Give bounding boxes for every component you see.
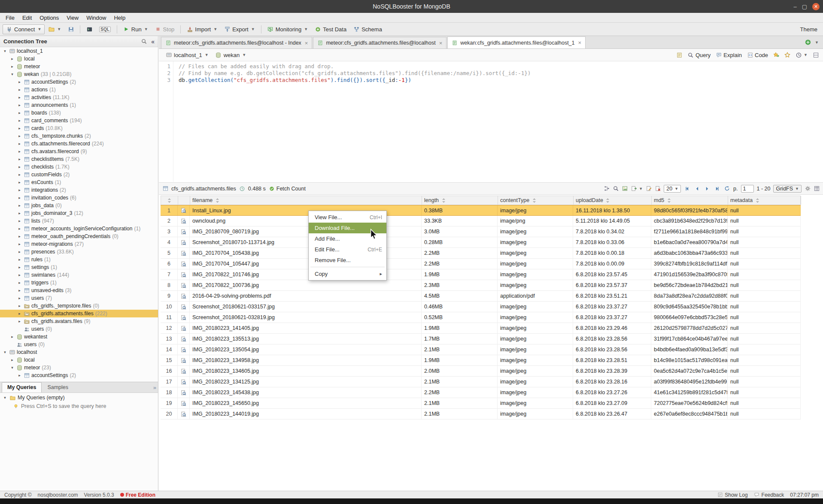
run-button[interactable]: Run ▼ — [120, 25, 151, 34]
table-row[interactable]: 4Screenshot_20180710-113714.jpg0.28MBima… — [161, 237, 801, 248]
file-preview-icon[interactable] — [178, 248, 190, 258]
site-link[interactable]: nosqlbooster.com — [38, 492, 78, 498]
sidebar-tab-samples[interactable]: Samples — [42, 382, 74, 392]
menu-edit[interactable]: Edit — [18, 14, 36, 22]
tree-item-meteor-oauth-pendingcredentials[interactable]: ▸meteor_oauth_pendingCredentials(0) — [0, 232, 158, 240]
expander-icon[interactable]: ▾ — [10, 72, 15, 76]
find-in-results-icon[interactable] — [613, 186, 619, 192]
column-header-uploadDate[interactable]: uploadDate — [574, 196, 652, 205]
file-preview-icon[interactable] — [178, 355, 190, 365]
file-preview-icon[interactable] — [178, 259, 190, 269]
settings-icon[interactable] — [805, 186, 811, 192]
file-preview-icon[interactable] — [178, 344, 190, 355]
expander-icon[interactable]: ▸ — [17, 304, 22, 308]
sort-icon[interactable] — [440, 197, 446, 203]
layout-icon[interactable] — [813, 52, 819, 58]
tree-item-cfs-gridfs-attachments-files[interactable]: ▸cfs_gridfs.attachments.files(222) — [0, 310, 158, 317]
tree-item-card-comments[interactable]: ▸card_comments(194) — [0, 117, 158, 124]
file-preview-icon[interactable] — [178, 226, 190, 237]
expander-icon[interactable]: ▾ — [3, 395, 7, 400]
save-button[interactable] — [65, 25, 77, 33]
menu-options[interactable]: Options — [36, 14, 63, 22]
expander-icon[interactable]: ▸ — [10, 358, 15, 362]
file-preview-icon[interactable] — [178, 387, 190, 398]
sort-icon[interactable] — [605, 197, 611, 203]
expander-icon[interactable]: ▸ — [17, 196, 22, 200]
tree-item-jobs-dominator-3[interactable]: ▸jobs_dominator_3(12) — [0, 209, 158, 217]
export-button[interactable]: Export ▼ — [221, 25, 258, 34]
my-queries-root[interactable]: ▾ My Queries (empty) — [0, 393, 158, 402]
expander-icon[interactable]: ▸ — [17, 118, 22, 123]
table-row[interactable]: 14IMG_20180223_135054.jpg2.1MBimage/jpeg… — [161, 344, 801, 355]
file-preview-icon[interactable] — [178, 377, 190, 387]
search-icon[interactable] — [141, 39, 147, 45]
favorite-icon[interactable] — [784, 52, 790, 58]
image-preview-icon[interactable] — [622, 186, 628, 192]
expander-icon[interactable]: ▸ — [17, 203, 22, 208]
file-preview-icon[interactable] — [178, 269, 190, 280]
new-sql-query-button[interactable]: SQL — [96, 25, 114, 33]
expander-icon[interactable]: ▸ — [17, 142, 22, 146]
query-editor[interactable]: 123 // Files can be added easily with dr… — [159, 61, 823, 182]
maximize-icon[interactable]: ▢ — [802, 3, 807, 10]
next-page-icon[interactable] — [704, 185, 711, 192]
tree-item-actions[interactable]: ▸actions(1) — [0, 86, 158, 94]
view-mode-select[interactable]: GridFS ▼ — [773, 185, 802, 193]
tree-item-localhost-1[interactable]: ▾localhost_1 — [0, 47, 158, 55]
collapse-sidebar-icon[interactable]: « — [151, 38, 155, 45]
tree-item-invitation-codes[interactable]: ▸invitation_codes(6) — [0, 194, 158, 202]
editor-tab[interactable]: meteor:cfs_gridfs.attachments.files@loca… — [161, 37, 312, 48]
connect-button[interactable]: Connect ▼ — [3, 24, 45, 34]
schema-button[interactable]: Schema — [350, 25, 385, 34]
tree-item-accountsettings[interactable]: ▸accountSettings(2) — [0, 78, 158, 86]
tree-item-meteor-accounts-loginserviceconfiguration[interactable]: ▸meteor_accounts_loginServiceConfigurati… — [0, 225, 158, 232]
expander-icon[interactable]: ▸ — [17, 296, 22, 300]
tree-view-icon[interactable] — [604, 186, 610, 192]
tree-item-escounts[interactable]: ▸esCounts(1) — [0, 178, 158, 186]
expand-panel-icon[interactable]: » — [153, 384, 156, 392]
expander-icon[interactable]: ▸ — [17, 288, 22, 293]
column-header-metadata[interactable]: metadata — [728, 196, 801, 205]
expander-icon[interactable]: ▸ — [17, 281, 22, 285]
menu-view[interactable]: View — [63, 14, 82, 22]
tree-item-local[interactable]: ▸local — [0, 55, 158, 63]
stop-button[interactable]: Stop — [152, 25, 178, 34]
table-row[interactable]: 13IMG_20180223_135513.jpg1.7MBimage/jpeg… — [161, 334, 801, 344]
table-row[interactable]: 11Screenshot_20180621-032819.jpg0.52MBim… — [161, 312, 801, 323]
expander-icon[interactable]: ▸ — [17, 273, 22, 277]
expander-icon[interactable]: ▸ — [17, 234, 22, 238]
tab-close-icon[interactable]: × — [439, 40, 443, 46]
expander-icon[interactable]: ▸ — [17, 257, 22, 262]
table-row[interactable]: 7IMG_20170822_101746.jpg1.9MBimage/jpeg6… — [161, 269, 801, 280]
tree-item-localhost[interactable]: ▾localhost — [0, 348, 158, 356]
new-shell-button[interactable] — [83, 25, 95, 33]
tree-item-presences[interactable]: ▸presences(33.6K) — [0, 248, 158, 256]
tree-item-users[interactable]: ▸users(7) — [0, 294, 158, 302]
tree-item-activities[interactable]: ▸activities(11.1K) — [0, 94, 158, 101]
tree-item-meteor-migrations[interactable]: ▸meteor-migrations(27) — [0, 240, 158, 248]
sort-icon[interactable] — [531, 197, 537, 203]
tree-item-meteor[interactable]: ▸meteor — [0, 63, 158, 70]
tree-item-lists[interactable]: ▸lists(947) — [0, 217, 158, 225]
table-row[interactable]: 12IMG_20180223_141405.jpg1.9MBimage/jpeg… — [161, 323, 801, 334]
remove-document-icon[interactable] — [655, 186, 661, 192]
database-selector[interactable]: wekan ▼ — [213, 51, 249, 59]
code-button[interactable]: Code — [747, 52, 768, 58]
expander-icon[interactable]: ▾ — [3, 49, 7, 53]
expander-icon[interactable]: ▸ — [10, 335, 15, 339]
table-row[interactable]: 8IMG_20170822_100736.jpg2.3MBimage/jpeg6… — [161, 280, 801, 291]
tree-item-cfs-gridfs-avatars-files[interactable]: ▸cfs_gridfs.avatars.files(9) — [0, 317, 158, 325]
table-row[interactable]: 2owncloud.png33.3KBimage/png5.11.2018 kl… — [161, 216, 801, 226]
tree-item-integrations[interactable]: ▸integrations(2) — [0, 186, 158, 194]
tree-item-meteor[interactable]: ▾meteor(23) — [0, 364, 158, 371]
sort-icon[interactable] — [666, 197, 672, 203]
menu-window[interactable]: Window — [82, 14, 110, 22]
expander-icon[interactable]: ▸ — [17, 157, 22, 161]
export-results-button[interactable]: ▼ — [631, 186, 643, 192]
file-preview-icon[interactable] — [178, 237, 190, 247]
tree-item-boards[interactable]: ▸boards(138) — [0, 109, 158, 117]
context-menu-item-view-file[interactable]: View File...Ctrl+I — [309, 212, 386, 223]
editor-tab[interactable]: wekan:cfs_gridfs.attachments.files@local… — [447, 36, 586, 48]
file-preview-icon[interactable] — [178, 366, 190, 376]
tree-item-cfs-gridfs-tempstore-files[interactable]: ▸cfs_gridfs._tempstore.files(0) — [0, 302, 158, 310]
